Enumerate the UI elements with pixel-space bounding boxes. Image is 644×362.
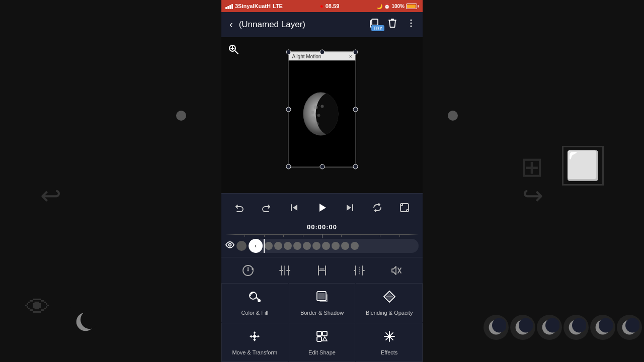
tick-9 bbox=[399, 234, 400, 237]
svg-point-16 bbox=[411, 20, 412, 21]
tick-1 bbox=[245, 234, 245, 237]
thumb-arrow-icon: ‹ bbox=[255, 242, 257, 249]
svg-rect-64 bbox=[317, 331, 321, 336]
svg-point-26 bbox=[313, 105, 317, 109]
network-label: LTE bbox=[273, 3, 283, 9]
bg-arrow-right-icon: ↪ bbox=[522, 181, 543, 210]
tooltip-text: Alight Motion bbox=[292, 54, 321, 59]
tick-7 bbox=[361, 234, 361, 237]
bg-moon-thumb bbox=[70, 307, 101, 337]
bg-eye-icon: 👁 bbox=[25, 293, 50, 322]
background-right: ⊞ ⬜ ↪ bbox=[423, 0, 644, 362]
phone-ui: 3SinyalKuatH LTE ● 08.59 🌙 ⏰ 100% ‹ (Unn… bbox=[221, 0, 423, 362]
play-button[interactable] bbox=[313, 199, 331, 217]
tooltip-close[interactable]: × bbox=[349, 54, 352, 59]
trim-clip-button[interactable] bbox=[311, 259, 333, 282]
svg-point-3 bbox=[492, 318, 506, 333]
time-label: 08.59 bbox=[326, 3, 340, 9]
bg-add-icon: ⊞ bbox=[520, 151, 543, 183]
loop-button[interactable] bbox=[368, 199, 386, 217]
tick-3 bbox=[283, 234, 284, 237]
battery-body bbox=[406, 4, 417, 9]
split-at-playhead-button[interactable] bbox=[274, 259, 296, 282]
svg-point-28 bbox=[311, 116, 316, 121]
handle-bottom-middle[interactable] bbox=[319, 164, 325, 169]
status-center: ● 08.59 bbox=[320, 3, 339, 9]
tick-marks bbox=[221, 232, 423, 237]
layer-color-dot[interactable] bbox=[236, 241, 247, 251]
moon-container: Alight Motion × bbox=[289, 52, 356, 167]
svg-point-9 bbox=[572, 318, 586, 333]
skip-start-button[interactable] bbox=[285, 199, 303, 217]
signal-bar-3 bbox=[229, 5, 231, 9]
handle-middle-right[interactable] bbox=[353, 107, 358, 112]
background-left: ↩ 👁 bbox=[0, 0, 221, 362]
frame-2 bbox=[274, 242, 282, 250]
timeline-eye-row: ‹ bbox=[221, 237, 423, 255]
svg-line-20 bbox=[235, 51, 238, 54]
carrier-label: 3SinyalKuatH bbox=[235, 3, 271, 9]
bg-arrow-left-icon: ↩ bbox=[40, 181, 61, 210]
signal-bar-2 bbox=[227, 6, 229, 9]
svg-point-7 bbox=[545, 318, 559, 333]
moon-visual bbox=[289, 61, 356, 167]
svg-point-25 bbox=[315, 92, 346, 135]
status-left: 3SinyalKuatH LTE bbox=[225, 3, 283, 9]
layer-title: (Unnamed Layer) bbox=[239, 20, 364, 30]
color-fill-button[interactable]: Color & Fill bbox=[221, 283, 288, 322]
back-button[interactable]: ‹ bbox=[227, 17, 235, 32]
speed-button[interactable] bbox=[237, 259, 259, 282]
handle-top-right[interactable] bbox=[353, 50, 358, 55]
more-options-button[interactable] bbox=[406, 18, 417, 31]
svg-rect-15 bbox=[372, 19, 378, 25]
border-shadow-button[interactable]: Border & Shadow bbox=[289, 283, 356, 322]
blending-opacity-label: Blending & Opacity bbox=[366, 310, 413, 316]
svg-rect-34 bbox=[400, 204, 409, 212]
playback-controls bbox=[221, 193, 423, 221]
tick-4 bbox=[303, 234, 303, 237]
svg-point-29 bbox=[320, 105, 324, 108]
bg-handle-left bbox=[176, 111, 186, 121]
skip-end-button[interactable] bbox=[341, 199, 359, 217]
undo-button[interactable] bbox=[230, 199, 248, 217]
redo-button[interactable] bbox=[258, 199, 276, 217]
crop-button[interactable] bbox=[395, 199, 414, 217]
svg-rect-57 bbox=[318, 293, 325, 299]
extend-clip-button[interactable] bbox=[348, 259, 370, 282]
status-bar: 3SinyalKuatH LTE ● 08.59 🌙 ⏰ 100% bbox=[221, 0, 423, 12]
signal-bar-4 bbox=[231, 4, 233, 9]
handle-middle-left[interactable] bbox=[286, 107, 291, 112]
timeline-scroll[interactable]: ‹ bbox=[249, 239, 419, 253]
keyframe-tools bbox=[221, 257, 423, 283]
handle-top-left[interactable] bbox=[286, 50, 291, 55]
alarm-icon: ⏰ bbox=[384, 4, 390, 9]
frame-4 bbox=[293, 242, 301, 250]
blending-opacity-button[interactable]: Blending & Opacity bbox=[356, 283, 423, 322]
effects-label: Effects bbox=[381, 349, 397, 355]
signal-icon bbox=[225, 3, 233, 9]
frame-3 bbox=[284, 242, 292, 250]
canvas-area: Alight Motion × bbox=[221, 37, 423, 193]
record-dot: ● bbox=[320, 3, 324, 9]
move-transform-button[interactable]: Move & Transform bbox=[221, 323, 288, 362]
handle-top-middle[interactable] bbox=[319, 50, 325, 55]
playhead-line bbox=[264, 239, 265, 253]
delete-button[interactable] bbox=[387, 18, 397, 31]
battery-icon bbox=[406, 4, 419, 9]
status-right: 🌙 ⏰ 100% bbox=[376, 4, 419, 9]
effects-button[interactable]: Effects bbox=[356, 323, 423, 362]
handle-bottom-right[interactable] bbox=[353, 164, 358, 169]
mute-button[interactable] bbox=[385, 259, 407, 282]
tick-5 bbox=[322, 234, 323, 238]
svg-point-5 bbox=[519, 318, 533, 333]
visibility-toggle[interactable] bbox=[225, 241, 234, 250]
svg-point-1 bbox=[80, 311, 98, 329]
zoom-button[interactable] bbox=[225, 41, 242, 57]
blending-opacity-icon bbox=[382, 290, 396, 307]
handle-bottom-left[interactable] bbox=[286, 164, 291, 169]
svg-point-18 bbox=[411, 26, 412, 27]
timeline-thumb[interactable]: ‹ bbox=[249, 239, 263, 253]
edit-shape-button[interactable]: Edit Shape bbox=[289, 323, 356, 362]
svg-point-42 bbox=[247, 269, 249, 271]
frame-8 bbox=[332, 242, 340, 250]
